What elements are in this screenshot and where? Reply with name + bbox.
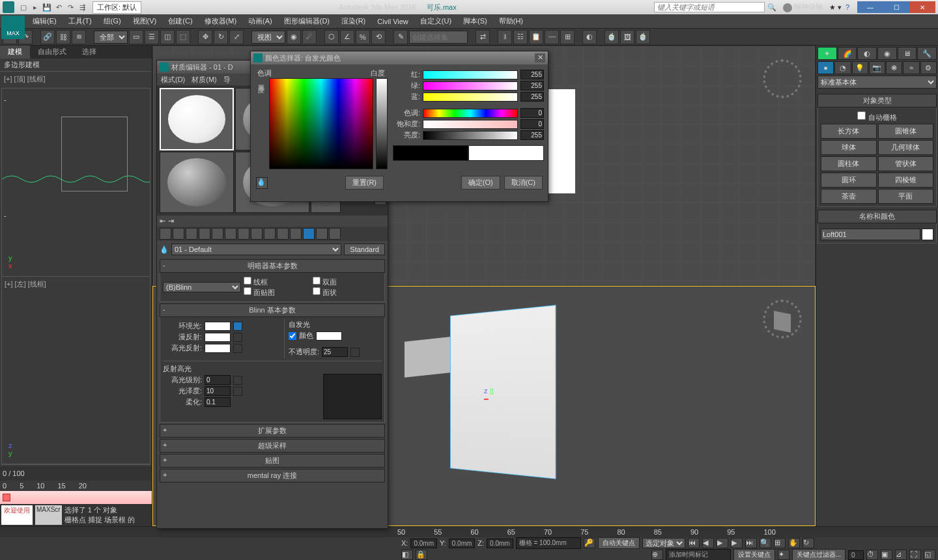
shader-params-header[interactable]: -明暗器基本参数 xyxy=(160,259,385,273)
help-search-input[interactable] xyxy=(654,2,765,12)
me-nav-right-icon[interactable]: ⇥ xyxy=(168,217,174,225)
btn-torus[interactable]: 圆环 xyxy=(821,173,877,188)
scene-box[interactable] xyxy=(405,337,450,377)
snap-2d-icon[interactable]: ⬡ xyxy=(324,30,339,44)
menu-tools[interactable]: 工具(T) xyxy=(68,16,92,26)
prev-frame-icon[interactable]: ◀ xyxy=(702,538,714,548)
cp-ok-button[interactable]: 确定(O) xyxy=(461,176,500,189)
snap-angle-icon[interactable]: ∠ xyxy=(340,30,354,44)
render-frame-icon[interactable]: 🖼 xyxy=(620,30,634,44)
search-icon[interactable]: 🔍 xyxy=(767,3,776,12)
unlink-icon[interactable]: ⛓ xyxy=(56,30,70,44)
btn-teapot[interactable]: 茶壶 xyxy=(821,189,877,204)
wire-checkbox[interactable] xyxy=(244,277,251,285)
current-frame-input[interactable]: 0 xyxy=(848,550,864,560)
btn-plane[interactable]: 平面 xyxy=(878,189,934,204)
specular-swatch[interactable] xyxy=(205,344,231,353)
qat-new-icon[interactable]: ▢ xyxy=(18,2,29,12)
tab-create-icon[interactable]: ✦ xyxy=(817,47,837,60)
tab-display-icon[interactable]: 🖥 xyxy=(898,47,917,60)
application-menu-icon[interactable]: MAX xyxy=(1,16,25,39)
coord-z-input[interactable]: 0.0mm xyxy=(487,539,513,548)
me-tbtn-icon[interactable] xyxy=(199,228,210,240)
rollout-mentalray[interactable]: +mental ray 连接 xyxy=(160,469,385,483)
blue-slider[interactable] xyxy=(423,92,518,102)
colorpicker-titlebar[interactable]: 颜色选择器: 自发光颜色 ✕ xyxy=(251,51,548,64)
scale-icon[interactable]: ⤢ xyxy=(229,30,244,44)
old-color-swatch[interactable] xyxy=(393,145,468,161)
tab-utilities-icon[interactable]: 🔧 xyxy=(917,47,937,60)
cat-helpers-icon[interactable]: ❋ xyxy=(886,61,902,74)
material-editor-icon[interactable]: ◐ xyxy=(582,30,597,44)
tab-modeling[interactable]: 建模 xyxy=(0,46,30,59)
diffuse-map-button[interactable] xyxy=(233,333,242,342)
nav-minmax-icon[interactable]: ◱ xyxy=(924,550,935,560)
ambient-lock-icon[interactable] xyxy=(233,322,242,331)
faceted-checkbox[interactable] xyxy=(313,287,320,295)
object-color-swatch[interactable] xyxy=(922,229,933,240)
gloss-spinner[interactable] xyxy=(205,386,231,396)
cat-cameras-icon[interactable]: 📷 xyxy=(869,61,885,74)
select-region-icon[interactable]: ◫ xyxy=(160,30,175,44)
nav-zoomext-icon[interactable]: ▣ xyxy=(881,550,892,560)
qat-save-icon[interactable]: 💾 xyxy=(42,2,52,12)
me-tbtn-icon[interactable] xyxy=(238,228,249,240)
btn-sphere[interactable]: 球体 xyxy=(821,140,877,155)
selfillum-color-checkbox[interactable] xyxy=(289,332,296,340)
qat-open-icon[interactable]: ▸ xyxy=(30,2,40,12)
me-tbtn-icon[interactable] xyxy=(329,228,341,240)
select-icon[interactable]: ▭ xyxy=(129,30,143,44)
ref-coord-dropdown[interactable]: 视图 xyxy=(251,31,285,44)
value-slider[interactable] xyxy=(376,78,388,169)
bind-icon[interactable]: ≋ xyxy=(72,30,86,44)
menu-graph-editors[interactable]: 图形编辑器(D) xyxy=(284,16,330,26)
rollout-maps[interactable]: +贴图 xyxy=(160,454,385,468)
scene-curtain[interactable] xyxy=(450,305,556,479)
coord-y-input[interactable]: 0.0mm xyxy=(449,539,476,548)
key-mode-icon[interactable]: ✦ xyxy=(778,550,789,560)
qat-undo-icon[interactable]: ↶ xyxy=(53,2,64,12)
vp-top-label[interactable]: [+] [顶] [线框] xyxy=(0,72,152,87)
material-name-dropdown[interactable]: 01 - Default xyxy=(171,244,341,255)
render-icon[interactable]: 🍵 xyxy=(636,30,650,44)
me-tbtn-icon[interactable] xyxy=(316,228,328,240)
time-config-icon[interactable]: ⏱ xyxy=(866,550,878,560)
shader-type-dropdown[interactable]: (B)Blinn xyxy=(163,282,241,292)
select-name-icon[interactable]: ☰ xyxy=(145,30,159,44)
blinn-params-header[interactable]: -Blinn 基本参数 xyxy=(160,303,385,317)
edit-named-sel-icon[interactable]: ✎ xyxy=(393,30,408,44)
eyedropper-icon[interactable]: 💧 xyxy=(160,245,169,254)
viewport-top[interactable]: yx xyxy=(2,89,150,277)
me-tbtn-icon[interactable] xyxy=(173,228,184,240)
soften-spinner[interactable] xyxy=(205,397,231,407)
hue-input[interactable] xyxy=(520,108,544,118)
me-menu-material[interactable]: 材质(M) xyxy=(192,75,217,85)
setkey-button[interactable]: 设置关键点 xyxy=(733,549,775,560)
material-slot[interactable] xyxy=(160,152,234,213)
maxscript-btn[interactable]: MAXScr xyxy=(35,505,62,525)
me-menu-nav[interactable]: 导 xyxy=(223,75,231,85)
me-tbtn-icon[interactable] xyxy=(290,228,302,240)
material-slot[interactable] xyxy=(160,88,234,150)
red-slider[interactable] xyxy=(423,70,518,79)
twosided-checkbox[interactable] xyxy=(313,277,320,285)
spinner-snap-icon[interactable]: ⟲ xyxy=(371,30,386,44)
green-input[interactable] xyxy=(520,81,544,91)
me-tbtn-icon[interactable] xyxy=(186,228,197,240)
me-tbtn-icon[interactable] xyxy=(225,228,236,240)
named-selection-input[interactable] xyxy=(409,31,468,44)
btn-geosphere[interactable]: 几何球体 xyxy=(878,140,934,155)
sat-slider[interactable] xyxy=(423,120,518,129)
speclevel-spinner[interactable] xyxy=(205,375,231,385)
btn-cone[interactable]: 圆锥体 xyxy=(878,124,934,139)
favorites-icon[interactable]: ★ ▾ xyxy=(829,3,842,12)
goto-end-icon[interactable]: ⏭ xyxy=(745,538,757,548)
btn-pyramid[interactable]: 四棱锥 xyxy=(878,173,934,188)
next-frame-icon[interactable]: ▶ xyxy=(731,538,743,548)
viewport-left[interactable]: [+] [左] [线框] zy xyxy=(2,277,150,465)
sat-input[interactable] xyxy=(520,119,544,129)
manip-icon[interactable]: ☄ xyxy=(302,30,317,44)
menu-rendering[interactable]: 渲染(R) xyxy=(341,16,365,26)
red-input[interactable] xyxy=(520,70,544,79)
timeline[interactable]: 50 55 60 65 70 75 80 85 90 95 100 xyxy=(0,527,938,537)
